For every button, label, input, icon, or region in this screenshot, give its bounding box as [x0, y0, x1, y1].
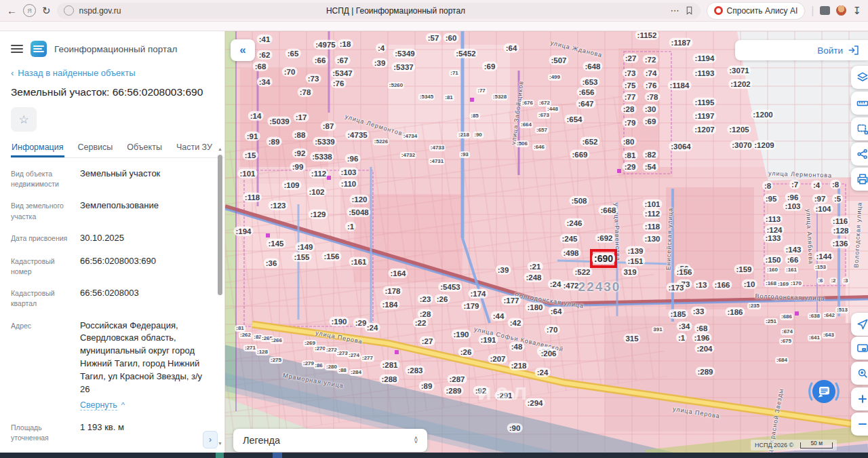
parcel-label[interactable]: :5339	[313, 137, 336, 147]
parcel-label[interactable]: :69	[482, 62, 498, 71]
parcel-label[interactable]: :60	[443, 33, 459, 43]
parcel-label[interactable]: :109	[281, 180, 301, 190]
parcel-label[interactable]: :70	[545, 325, 560, 335]
bookmark-icon[interactable]	[685, 6, 694, 15]
parcel-label[interactable]: :218	[509, 361, 528, 370]
parcel-label[interactable]: :178	[382, 286, 402, 296]
parcel-label[interactable]: :498	[561, 248, 580, 258]
parcel-label[interactable]: :180	[525, 303, 545, 312]
parcel-label[interactable]: :44	[491, 311, 507, 321]
parcel-label[interactable]: :656	[576, 88, 596, 97]
parcel-label[interactable]: :638	[808, 313, 821, 320]
parcel-label[interactable]: :174	[468, 289, 488, 299]
parcel-label[interactable]: :169	[776, 281, 790, 288]
parcel-label[interactable]: :652	[580, 137, 599, 147]
parcel-label[interactable]: :123	[268, 201, 288, 210]
parcel-label[interactable]: :143	[783, 245, 803, 254]
parcel-label[interactable]: :136	[830, 239, 850, 248]
parcel-label[interactable]: :128	[831, 226, 850, 235]
parcel-label[interactable]: :507	[549, 56, 568, 65]
parcel-label[interactable]: :96	[345, 154, 361, 164]
tab[interactable]: Сервисы	[77, 140, 114, 157]
parcel-label[interactable]: :274	[347, 352, 361, 359]
parcel-label[interactable]: :289	[695, 367, 715, 377]
parcel-label[interactable]: 391	[652, 326, 663, 333]
parcel-label[interactable]: :24	[535, 368, 551, 377]
parcel-label[interactable]: :79	[623, 118, 638, 128]
parcel-label[interactable]: :103	[783, 202, 802, 211]
parcel-label[interactable]: :73	[623, 69, 638, 78]
profile-avatar[interactable]	[836, 5, 846, 16]
parcel-label[interactable]: :102	[307, 187, 326, 197]
parcel-label[interactable]: :184	[380, 300, 399, 309]
parcel-label[interactable]: :78	[645, 92, 660, 102]
parcel-label[interactable]: 315	[623, 334, 640, 343]
parcel-label[interactable]: :89	[419, 381, 435, 391]
parcel-label[interactable]: :145	[266, 239, 285, 248]
parcel-label[interactable]: :6	[816, 278, 824, 284]
parcel-label[interactable]: :190	[451, 330, 471, 339]
locate-button[interactable]	[851, 313, 868, 336]
parcel-label[interactable]: :245	[559, 234, 579, 244]
parcel-label[interactable]: :99	[290, 162, 306, 172]
parcel-label[interactable]: :29	[623, 162, 638, 172]
parcel-label[interactable]: :82	[643, 150, 658, 159]
parcel-label[interactable]: :95	[764, 194, 779, 204]
parcel-label[interactable]: :522	[572, 267, 592, 277]
parcel-label[interactable]: :499	[548, 74, 561, 81]
parcel-label[interactable]: :170	[789, 280, 803, 287]
parcel-label[interactable]: :139	[625, 246, 645, 256]
parcel-label[interactable]: :88	[292, 130, 308, 140]
parcel-label[interactable]: :81	[623, 151, 638, 160]
parcel-label[interactable]: :24	[365, 323, 380, 332]
select-area-button[interactable]	[851, 117, 868, 140]
scroll-up-icon[interactable]: ▲	[217, 147, 223, 151]
parcel-label[interactable]: :88	[337, 367, 348, 374]
map-canvas[interactable]: улица Лермонтоваулица Лермонтоваулица Жд…	[225, 31, 868, 453]
parcel-label[interactable]: :1207	[692, 125, 716, 134]
parcel-label[interactable]: :246	[564, 218, 584, 228]
parcel-label[interactable]: :3071	[727, 66, 751, 75]
parcel-label[interactable]: :90	[507, 423, 523, 433]
parcel-label[interactable]: :81	[235, 325, 245, 332]
parcel-label[interactable]: :207	[488, 354, 507, 364]
parcel-label[interactable]: :5039	[267, 117, 291, 126]
parcel-label[interactable]: :664	[519, 121, 533, 128]
parcel-label[interactable]: :81	[443, 94, 454, 101]
parcel-label[interactable]: :1193	[693, 69, 717, 78]
parcel-label[interactable]: :5328	[492, 94, 508, 100]
parcel-label[interactable]: :64	[504, 43, 519, 53]
parcel-label[interactable]: :76	[644, 81, 659, 90]
parcel-label[interactable]: :643	[822, 332, 835, 339]
parcel-label[interactable]: :5453	[438, 282, 462, 292]
refresh-icon[interactable]: ↻	[42, 5, 51, 16]
parcel-label[interactable]: :74	[644, 69, 659, 78]
parcel-label[interactable]: :648	[583, 62, 602, 71]
parcel-label[interactable]: :57	[426, 33, 441, 43]
parcel-label[interactable]: :654	[564, 115, 584, 124]
parcel-label[interactable]: :668	[598, 206, 618, 215]
parcel-label[interactable]: 22430	[576, 279, 623, 295]
parcel-label[interactable]: :275	[269, 357, 283, 364]
parcel-label[interactable]: :161	[785, 267, 798, 273]
parcel-label[interactable]: :34	[677, 322, 692, 331]
chat-widget-button[interactable]	[806, 373, 842, 410]
parcel-label[interactable]: :653	[580, 77, 599, 87]
parcel-label[interactable]: :30	[643, 104, 658, 114]
parcel-label[interactable]: :39	[496, 265, 511, 275]
parcel-label[interactable]: :673	[537, 112, 551, 119]
parcel-label[interactable]: :153	[814, 264, 827, 271]
parcel-label[interactable]: :5452	[454, 49, 477, 58]
parcel-label[interactable]: :4735	[345, 130, 369, 140]
parcel-label[interactable]: :68	[694, 324, 710, 333]
parcel-label[interactable]: :4733	[429, 145, 446, 151]
parcel-label[interactable]: :1184	[668, 81, 692, 90]
parcel-label[interactable]: :112	[309, 169, 328, 178]
parcel-label[interactable]: :68	[253, 62, 269, 71]
parcel-label[interactable]: :646	[532, 144, 546, 151]
parcel-label[interactable]: :101	[237, 169, 257, 178]
parcel-label[interactable]: :271	[243, 345, 257, 351]
parcel-label[interactable]: :1195	[693, 98, 717, 107]
parcel-label[interactable]: :289	[443, 386, 463, 396]
parcel-label[interactable]: :120	[349, 195, 369, 204]
